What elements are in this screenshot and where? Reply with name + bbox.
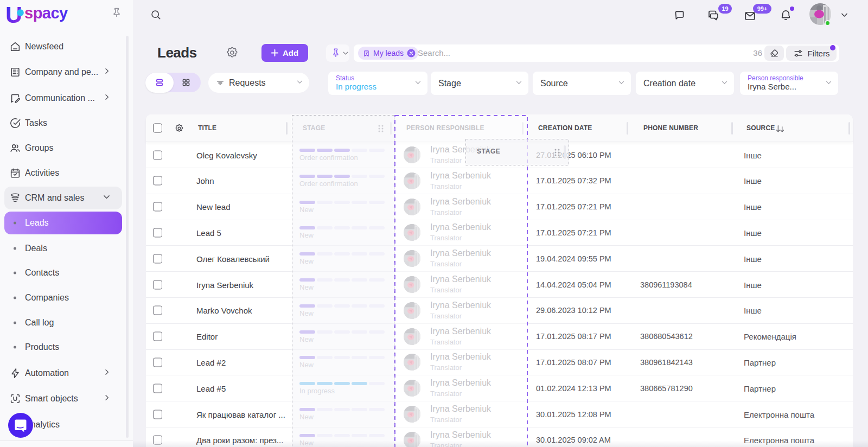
svg-text:spacy: spacy	[24, 5, 68, 22]
